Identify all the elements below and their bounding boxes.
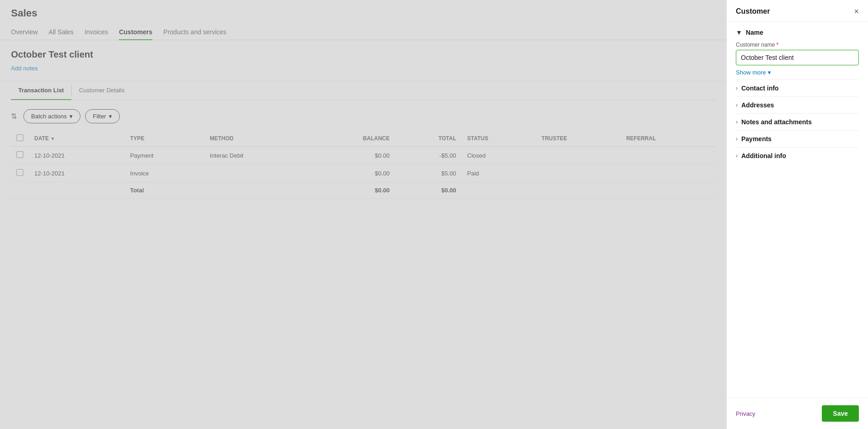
th-date: DATE ▼ [29, 131, 124, 147]
filter-button[interactable]: Filter ▾ [85, 109, 120, 123]
chevron-right-icon: › [736, 136, 738, 142]
panel-footer: Privacy Save [727, 397, 868, 429]
accordion-label: Payments [741, 135, 772, 143]
chevron-right-icon: › [736, 153, 738, 159]
accordion-label: Contact info [741, 85, 779, 92]
total-row: Total $0.00 $0.00 [11, 182, 715, 199]
total-empty-status [462, 182, 536, 199]
nav-tab-customers[interactable]: Customers [119, 25, 152, 40]
right-panel: Customer × ▼ Name Customer name Show mor… [726, 0, 868, 429]
total-empty-checkbox [11, 182, 29, 199]
th-status: STATUS [462, 131, 536, 147]
cell-method [204, 164, 308, 182]
toolbar: ⇅ Batch actions ▾ Filter ▾ [11, 107, 715, 123]
nav-tab-overview[interactable]: Overview [11, 25, 38, 40]
top-navigation: Sales Overview All Sales Invoices Custom… [0, 0, 726, 40]
table-row: 12-10-2021 Payment Interac Debit $0.00 -… [11, 147, 715, 164]
cell-balance: $0.00 [308, 147, 395, 164]
tab-transaction-list[interactable]: Transaction List [11, 81, 71, 100]
add-notes-link[interactable]: Add notes [11, 65, 38, 72]
transaction-tabs: Transaction List Customer Details [11, 81, 715, 100]
cell-total: $5.00 [395, 164, 462, 182]
total-empty-referral [621, 182, 715, 199]
select-all-checkbox[interactable] [16, 134, 23, 141]
cell-date: 12-10-2021 [29, 164, 124, 182]
cell-type: Payment [124, 147, 204, 164]
nav-tab-invoices[interactable]: Invoices [85, 25, 108, 40]
chevron-right-icon: › [736, 102, 738, 108]
total-label: Total [124, 182, 204, 199]
chevron-right-icon: › [736, 119, 738, 125]
cell-trustee [536, 147, 621, 164]
total-balance: $0.00 [308, 182, 395, 199]
nav-tab-all-sales[interactable]: All Sales [48, 25, 73, 40]
th-balance: BALANCE [308, 131, 395, 147]
total-empty-date [29, 182, 124, 199]
cell-status: Paid [462, 164, 536, 182]
sort-icon[interactable]: ⇅ [11, 112, 17, 121]
row-checkbox[interactable] [16, 169, 23, 176]
th-type: TYPE [124, 131, 204, 147]
cell-date: 12-10-2021 [29, 147, 124, 164]
row-checkbox-cell [11, 164, 29, 182]
cell-total: -$5.00 [395, 147, 462, 164]
page-title: Sales [11, 7, 715, 19]
total-empty-method [204, 182, 308, 199]
accordion-section-contact-info[interactable]: › Contact info [736, 79, 859, 96]
panel-title: Customer [736, 7, 770, 16]
customer-name-heading: October Test client [11, 49, 715, 60]
table-row: 12-10-2021 Invoice $0.00 $5.00 Paid [11, 164, 715, 182]
batch-actions-button[interactable]: Batch actions ▾ [23, 109, 80, 123]
th-method: METHOD [204, 131, 308, 147]
th-checkbox [11, 131, 29, 147]
accordion-label: Additional info [741, 152, 786, 159]
transaction-area: Transaction List Customer Details ⇅ Batc… [0, 81, 726, 199]
cell-method: Interac Debit [204, 147, 308, 164]
name-section: ▼ Name Customer name Show more ▾ [736, 29, 859, 76]
chevron-right-icon: › [736, 85, 738, 91]
nav-tab-products[interactable]: Products and services [163, 25, 226, 40]
accordion-label: Notes and attachments [741, 118, 812, 126]
cell-referral [621, 147, 715, 164]
customer-name-input[interactable] [736, 50, 859, 65]
panel-body: ▼ Name Customer name Show more ▾ › Conta… [727, 21, 868, 397]
accordion-sections: › Contact info › Addresses › Notes and a… [736, 79, 859, 164]
row-checkbox[interactable] [16, 151, 23, 158]
accordion-section-notes-and-attachments[interactable]: › Notes and attachments [736, 113, 859, 130]
close-panel-button[interactable]: × [854, 7, 859, 16]
accordion-section-addresses[interactable]: › Addresses [736, 96, 859, 113]
cell-balance: $0.00 [308, 164, 395, 182]
cell-status: Closed [462, 147, 536, 164]
chevron-down-icon: ▾ [70, 113, 73, 120]
row-checkbox-cell [11, 147, 29, 164]
accordion-section-payments[interactable]: › Payments [736, 130, 859, 147]
cell-type: Invoice [124, 164, 204, 182]
customer-name-field: Customer name [736, 42, 859, 65]
total-empty-trustee [536, 182, 621, 199]
collapse-icon: ▼ [736, 29, 742, 36]
cell-referral [621, 164, 715, 182]
chevron-down-icon: ▾ [109, 113, 112, 120]
name-section-header[interactable]: ▼ Name [736, 29, 859, 36]
chevron-down-icon: ▾ [768, 69, 771, 76]
show-more-link[interactable]: Show more ▾ [736, 69, 771, 76]
transactions-table: DATE ▼ TYPE METHOD BALANCE TOTAL STATUS … [11, 131, 715, 199]
privacy-link[interactable]: Privacy [736, 410, 755, 417]
th-trustee: TRUSTEE [536, 131, 621, 147]
panel-header: Customer × [727, 0, 868, 21]
customer-section: October Test client Add notes [0, 40, 726, 81]
nav-tabs: Overview All Sales Invoices Customers Pr… [11, 25, 715, 40]
name-section-label: Name [746, 29, 763, 36]
accordion-label: Addresses [741, 101, 774, 109]
th-referral: REFERRAL [621, 131, 715, 147]
save-button[interactable]: Save [822, 405, 859, 422]
total-total: $0.00 [395, 182, 462, 199]
accordion-section-additional-info[interactable]: › Additional info [736, 147, 859, 164]
customer-name-label: Customer name [736, 42, 859, 48]
th-total: TOTAL [395, 131, 462, 147]
sort-arrow-icon[interactable]: ▼ [50, 136, 55, 141]
tab-customer-details[interactable]: Customer Details [72, 81, 132, 100]
cell-trustee [536, 164, 621, 182]
